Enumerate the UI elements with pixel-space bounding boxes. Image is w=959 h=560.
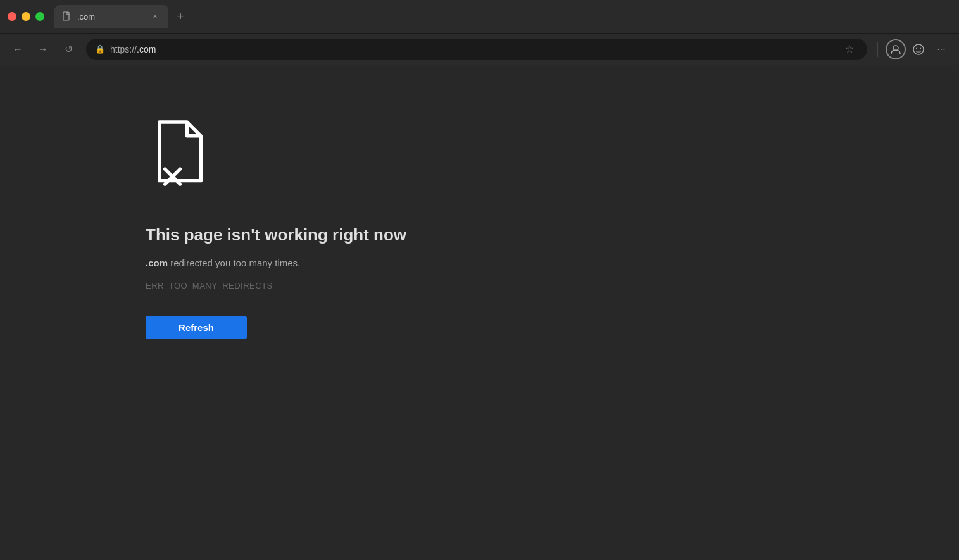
emoji-button[interactable]	[908, 39, 929, 59]
svg-point-3	[916, 47, 917, 49]
tab-bar: .com × +	[54, 0, 951, 33]
menu-button[interactable]: ···	[931, 39, 951, 59]
forward-button[interactable]: →	[33, 39, 53, 59]
refresh-nav-button[interactable]: ↺	[58, 39, 78, 59]
svg-point-4	[920, 47, 921, 49]
error-page: This page isn't working right now .com r…	[0, 65, 959, 560]
refresh-button[interactable]: Refresh	[146, 316, 247, 339]
error-description-suffix: redirected you too many times.	[168, 258, 300, 268]
svg-rect-0	[63, 12, 69, 20]
tab-close-button[interactable]: ×	[149, 11, 161, 22]
error-icon	[146, 115, 222, 194]
traffic-light-green[interactable]	[35, 12, 44, 21]
address-bar[interactable]: 🔒 https://.com ☆	[86, 39, 867, 60]
tab-title: .com	[77, 12, 144, 22]
navbar: ← → ↺ 🔒 https://.com ☆ ···	[0, 33, 959, 65]
error-title: This page isn't working right now	[146, 225, 406, 245]
svg-point-2	[913, 44, 924, 54]
profile-button[interactable]	[886, 39, 906, 59]
error-domain: .com	[146, 258, 168, 268]
error-description: .com redirected you too many times.	[146, 258, 300, 268]
url-domain: .com	[137, 44, 156, 54]
back-button[interactable]: ←	[8, 39, 28, 59]
traffic-lights	[8, 12, 44, 21]
url-text: https://.com	[110, 44, 836, 54]
nav-divider	[877, 42, 878, 57]
bookmark-button[interactable]: ☆	[841, 40, 858, 58]
lock-icon: 🔒	[95, 44, 105, 54]
error-code: ERR_TOO_MANY_REDIRECTS	[146, 281, 273, 290]
traffic-light-yellow[interactable]	[22, 12, 30, 21]
titlebar: .com × +	[0, 0, 959, 33]
tab-favicon-icon	[62, 11, 72, 22]
new-tab-button[interactable]: +	[171, 7, 190, 26]
traffic-light-red[interactable]	[8, 12, 16, 21]
active-tab[interactable]: .com ×	[54, 5, 168, 28]
nav-right-buttons: ···	[886, 39, 951, 59]
url-protocol: https://	[110, 44, 137, 54]
